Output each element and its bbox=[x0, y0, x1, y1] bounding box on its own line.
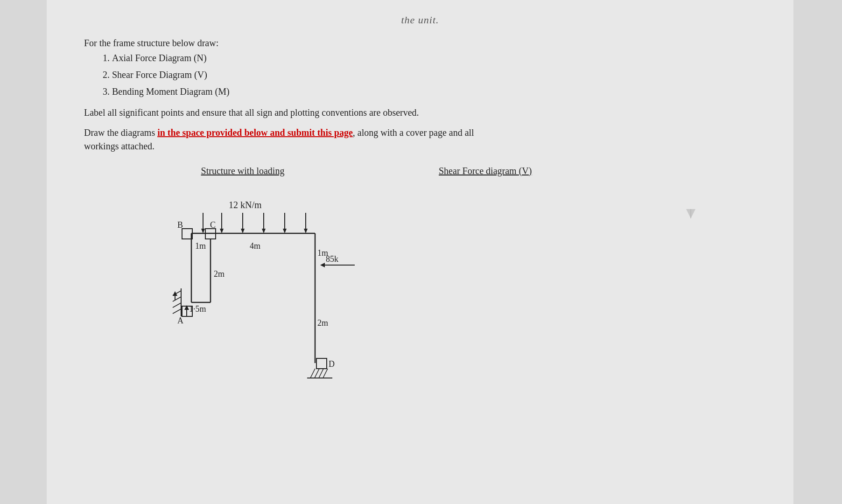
svg-marker-3 bbox=[220, 229, 224, 233]
svg-line-31 bbox=[173, 309, 181, 314]
svg-marker-1 bbox=[201, 229, 205, 233]
structure-section: Structure with loading 12 kN/m bbox=[84, 166, 401, 428]
svg-marker-11 bbox=[304, 229, 308, 233]
workings-line: workings attached. bbox=[84, 141, 756, 152]
draw-line: Draw the diagrams in the space provided … bbox=[84, 127, 756, 138]
diagrams-row: Structure with loading 12 kN/m bbox=[84, 166, 756, 428]
svg-line-30 bbox=[173, 303, 181, 308]
svg-line-25 bbox=[323, 369, 328, 378]
b-label: B bbox=[177, 220, 183, 230]
dim-2m-right: 2m bbox=[317, 318, 328, 328]
dim-4m: 4m bbox=[250, 241, 260, 251]
item-1: Axial Force Diagram (N) bbox=[112, 50, 756, 65]
page: the unit. For the frame structure below … bbox=[47, 0, 793, 504]
structure-svg: 12 kN/m bbox=[131, 195, 355, 428]
dim-1m-left: 1m bbox=[195, 241, 206, 251]
svg-marker-5 bbox=[241, 229, 245, 233]
label-line: Label all significant points and ensure … bbox=[84, 107, 756, 118]
intro-text: For the frame structure below draw: bbox=[84, 38, 218, 48]
shear-section: Shear Force diagram (V) bbox=[401, 166, 756, 428]
item-3: Bending Moment Diagram (M) bbox=[112, 84, 756, 99]
item-2: Shear Force Diagram (V) bbox=[112, 67, 756, 82]
svg-rect-14 bbox=[182, 229, 192, 239]
d-label: D bbox=[329, 359, 335, 369]
svg-marker-7 bbox=[262, 229, 266, 233]
highlight-text: in the space provided below and submit t… bbox=[157, 127, 353, 138]
structure-title: Structure with loading bbox=[201, 166, 285, 176]
svg-rect-21 bbox=[316, 358, 327, 369]
loading-label: 12 kN/m bbox=[229, 200, 262, 210]
dim-15m: 1·5m bbox=[189, 304, 206, 314]
svg-line-23 bbox=[315, 369, 319, 378]
svg-line-29 bbox=[173, 297, 181, 301]
svg-line-22 bbox=[310, 369, 315, 378]
top-bar: the unit. bbox=[84, 14, 756, 26]
top-text: the unit. bbox=[401, 14, 439, 26]
svg-marker-20 bbox=[320, 263, 325, 267]
force-85k: 85k bbox=[326, 254, 338, 264]
shear-diagram-area bbox=[439, 190, 719, 424]
c-label: C bbox=[210, 220, 216, 230]
shear-title: Shear Force diagram (V) bbox=[439, 166, 532, 176]
instructions-block: For the frame structure below draw: Axia… bbox=[84, 35, 756, 99]
a-label: A bbox=[177, 316, 183, 325]
svg-line-24 bbox=[319, 369, 323, 378]
svg-marker-9 bbox=[283, 229, 287, 233]
dim-2m-col: 2m bbox=[214, 269, 225, 279]
structure-canvas: 12 kN/m bbox=[131, 195, 355, 428]
